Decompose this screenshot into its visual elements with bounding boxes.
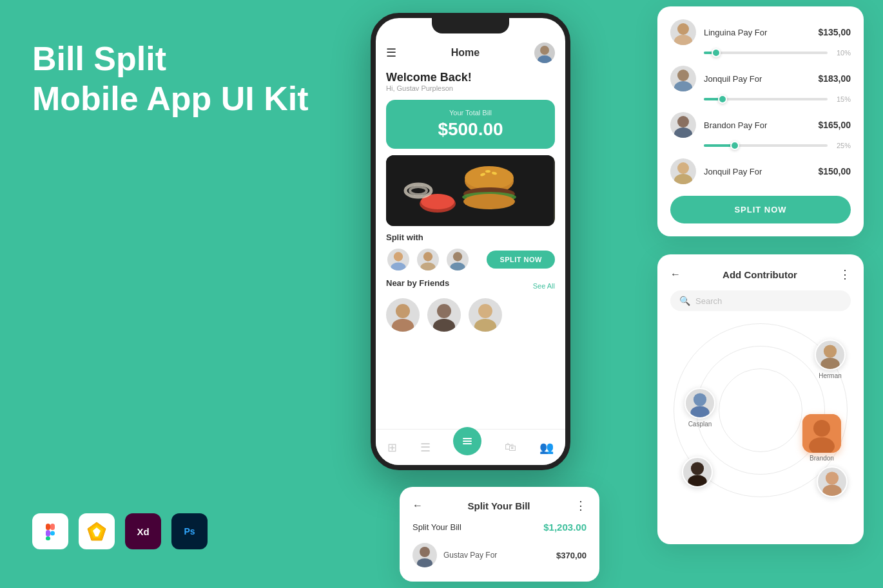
syb-header: ← Split Your Bill ⋮ <box>412 498 587 513</box>
svg-rect-3 <box>46 536 50 540</box>
svg-point-38 <box>677 23 689 35</box>
person-row-jonquil2: Jonquil Pay For $150,00 <box>670 158 851 184</box>
split-avatars: SPLIT NOW <box>386 247 555 272</box>
xd-icon: Xd <box>125 513 161 549</box>
nav-list-icon[interactable]: ☰ <box>420 441 431 455</box>
svg-point-29 <box>396 304 410 318</box>
brandon-contrib-name: Brandon <box>810 455 834 462</box>
split-avatar-2 <box>416 247 440 272</box>
syb-title: Split Your Bill <box>468 500 530 511</box>
bottom-nav: ⊞ ☰ 🛍 👥 <box>376 429 565 465</box>
syb-back-icon[interactable]: ← <box>412 500 423 511</box>
svg-point-25 <box>423 252 432 261</box>
search-bar[interactable]: 🔍 Search <box>670 290 851 311</box>
jonquil2-amount: $150,00 <box>818 166 851 176</box>
svg-point-55 <box>826 471 839 484</box>
syb-gustav-avatar <box>412 543 437 567</box>
svg-point-24 <box>391 262 405 272</box>
svg-point-47 <box>690 406 709 419</box>
svg-point-30 <box>392 319 414 332</box>
svg-point-43 <box>674 128 692 138</box>
svg-point-53 <box>691 462 704 475</box>
syb-gustav-amount: $370,00 <box>556 551 587 560</box>
svg-point-33 <box>478 304 492 318</box>
svg-point-27 <box>453 252 462 261</box>
person-row-linguina: Linguina Pay For $135,00 <box>670 19 851 45</box>
person-row-brandon: Brandon Pay For $165,00 <box>670 112 851 138</box>
bill-amount: $500.00 <box>396 119 545 140</box>
jonquil1-avatar <box>670 66 696 91</box>
brandon-contrib-group[interactable]: Brandon <box>802 414 841 462</box>
split-now-button[interactable]: SPLIT NOW <box>487 251 555 269</box>
herman-avatar-img <box>815 339 846 370</box>
svg-point-34 <box>474 319 496 332</box>
nav-home-icon[interactable]: ⊞ <box>387 441 397 455</box>
ps-icon: Ps <box>171 513 208 549</box>
syb-menu-icon[interactable]: ⋮ <box>575 498 587 513</box>
bill-label: Your Total Bill <box>396 109 545 117</box>
app-title: Bill Split Mobile App UI Kit <box>32 39 308 119</box>
welcome-sub: Hi, Gustav Purpleson <box>386 84 555 92</box>
person4-avatar-group[interactable] <box>682 457 713 488</box>
svg-point-48 <box>824 345 837 357</box>
svg-point-23 <box>394 252 403 261</box>
back-arrow-icon[interactable]: ← <box>670 269 681 280</box>
svg-point-26 <box>420 262 435 272</box>
linguina-avatar <box>670 19 696 45</box>
svg-rect-37 <box>463 443 472 444</box>
more-options-icon[interactable]: ⋮ <box>839 267 851 281</box>
split-avatar-3 <box>445 247 470 272</box>
linguina-name: Linguina Pay For <box>704 28 818 37</box>
svg-rect-0 <box>46 524 50 530</box>
hamburger-icon[interactable]: ☰ <box>386 46 396 60</box>
brandon-slider[interactable]: 25% <box>670 142 851 149</box>
svg-point-28 <box>450 262 465 272</box>
search-input[interactable]: Search <box>695 296 722 306</box>
search-icon: 🔍 <box>679 296 690 306</box>
svg-point-58 <box>417 558 432 567</box>
see-all-link[interactable]: See All <box>533 282 555 290</box>
svg-point-49 <box>820 358 839 370</box>
syb-person-row: Gustav Pay For $370,00 <box>412 543 587 567</box>
person5-avatar-group[interactable] <box>817 466 848 497</box>
svg-point-12 <box>465 166 514 189</box>
jonquil1-name: Jonquil Pay For <box>704 74 818 84</box>
inner-ring <box>719 368 802 452</box>
nav-bag-icon[interactable]: 🛍 <box>505 441 516 454</box>
svg-point-4 <box>50 531 55 536</box>
person4-avatar-img <box>682 457 713 488</box>
casplan-avatar-img <box>684 388 715 419</box>
brandon-contrib-img <box>802 414 841 453</box>
svg-point-51 <box>813 420 830 437</box>
split-now-big-button[interactable]: SPLIT NOW <box>670 196 851 223</box>
svg-point-9 <box>538 55 552 63</box>
sketch-icon <box>79 513 115 549</box>
syb-total-label: Split Your Bill <box>412 522 461 532</box>
svg-point-18 <box>463 194 515 209</box>
brandon-amount: $165,00 <box>818 120 851 130</box>
jonquil1-pct: 15% <box>833 95 851 103</box>
nav-fab-button[interactable] <box>453 427 481 455</box>
svg-point-45 <box>674 174 692 184</box>
welcome-heading: Welcome Back! <box>386 71 555 84</box>
user-avatar[interactable] <box>534 43 555 63</box>
person-row-jonquil1: Jonquil Pay For $183,00 <box>670 66 851 91</box>
linguina-slider[interactable]: 10% <box>670 49 851 57</box>
svg-point-40 <box>677 70 689 81</box>
panel-header: ← Add Contributor ⋮ <box>670 267 851 281</box>
svg-point-39 <box>674 35 692 45</box>
svg-rect-2 <box>46 530 50 536</box>
herman-avatar-group[interactable]: Herman <box>815 339 846 379</box>
add-contributor-panel: ← Add Contributor ⋮ 🔍 Search Casplan <box>657 254 864 544</box>
split-avatar-1 <box>386 247 411 272</box>
phone-notch <box>432 18 509 33</box>
jonquil1-slider[interactable]: 15% <box>670 95 851 103</box>
split-bill-panel: Linguina Pay For $135,00 10% Jonquil Pay… <box>657 6 864 236</box>
syb-total-amount: $1,203.00 <box>543 522 587 533</box>
casplan-avatar-group[interactable]: Casplan <box>684 388 715 428</box>
tool-icons-row: Xd Ps <box>32 513 208 549</box>
brandon-name: Brandon Pay For <box>704 120 818 130</box>
brandon-pct: 25% <box>833 142 851 149</box>
nav-people-icon[interactable]: 👥 <box>539 441 554 455</box>
panel-title: Add Contributor <box>723 269 797 280</box>
